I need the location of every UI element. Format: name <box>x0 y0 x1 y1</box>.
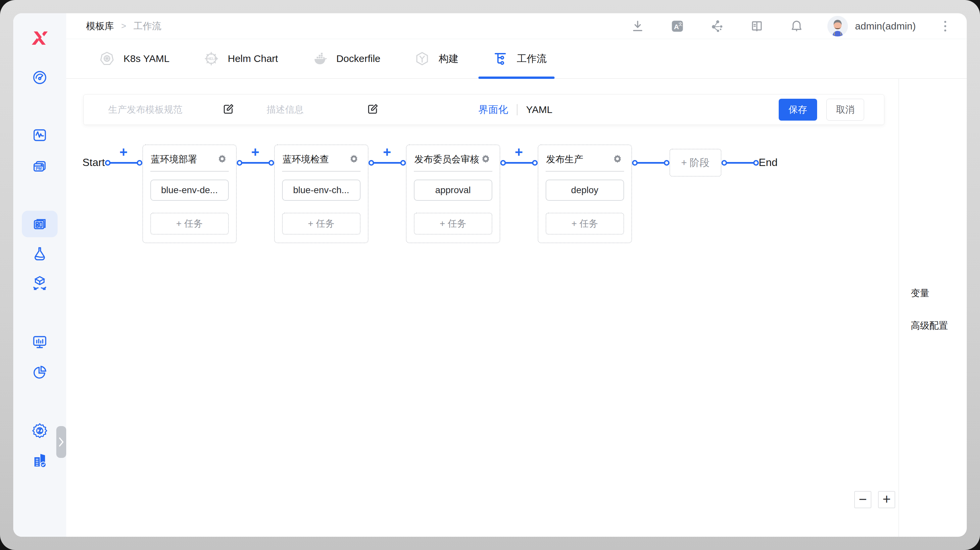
template-desc-field[interactable]: 描述信息 <box>267 103 379 116</box>
kebab-menu-icon[interactable] <box>944 21 946 32</box>
sidebar-item-pm[interactable]: PM <box>30 157 49 175</box>
graph-nodes-icon[interactable] <box>710 19 725 34</box>
username[interactable]: admin(admin) <box>855 21 916 32</box>
right-panel: 变量 高级配置 <box>899 79 967 537</box>
template-desc-placeholder[interactable]: 描述信息 <box>267 104 304 116</box>
connector: + <box>369 145 406 171</box>
zoom-in-button[interactable]: + <box>878 491 895 508</box>
end-node: End <box>759 156 778 169</box>
helm-icon: HELM <box>203 51 219 67</box>
start-node: Start <box>83 156 105 169</box>
sidebar-item-organization[interactable] <box>30 451 49 470</box>
template-name-field[interactable]: 生产发布模板规范 <box>108 103 235 116</box>
breadcrumb-parent[interactable]: 模板库 <box>86 20 114 32</box>
tab-label: 构建 <box>439 52 458 65</box>
connector <box>632 145 670 171</box>
tab-label: 工作流 <box>517 52 547 65</box>
main-area: 模板库 > 工作流 A 文 <box>66 13 967 537</box>
template-form-card: 生产发布模板规范 描述信息 <box>83 94 884 125</box>
stage-settings-gear-icon[interactable] <box>348 153 360 165</box>
chevron-right-icon <box>57 436 65 448</box>
device-bezel: PM <box>0 0 980 550</box>
sidebar-item-monitoring[interactable] <box>30 126 49 145</box>
build-hexagon-icon <box>414 51 430 67</box>
workflow-icon <box>492 51 508 67</box>
tab-build[interactable]: 构建 <box>414 39 458 78</box>
workflow-canvas: 生产发布模板规范 描述信息 <box>66 79 899 537</box>
avatar[interactable] <box>827 16 848 37</box>
cancel-button[interactable]: 取消 <box>826 99 864 121</box>
add-task-button[interactable]: + 任务 <box>546 213 624 234</box>
task-button[interactable]: approval <box>414 180 492 201</box>
save-button[interactable]: 保存 <box>779 99 817 121</box>
add-task-button[interactable]: + 任务 <box>414 213 492 234</box>
sidebar-item-artifacts[interactable] <box>30 274 49 292</box>
add-task-button[interactable]: + 任务 <box>150 213 229 234</box>
tab-label: Helm Chart <box>228 53 278 64</box>
zoom-out-button[interactable]: − <box>854 491 872 508</box>
task-button[interactable]: blue-env-de... <box>150 180 229 201</box>
task-button[interactable]: blue-env-ch... <box>282 180 361 201</box>
connector: + <box>105 145 142 171</box>
tab-dockerfile[interactable]: Dockerfile <box>312 39 380 78</box>
stage-settings-gear-icon[interactable] <box>216 153 228 165</box>
sidebar-item-analytics[interactable] <box>30 363 49 382</box>
topbar: 模板库 > 工作流 A 文 <box>66 13 967 39</box>
editor-mode-toggle: 界面化 YAML <box>479 103 552 116</box>
translate-icon[interactable]: A 文 <box>670 19 685 34</box>
sidebar-item-settings[interactable]: Z <box>30 421 49 439</box>
stage-card: 蓝环境检查 blue-env-ch... + 任务 <box>274 145 369 243</box>
tab-workflow-active[interactable]: 工作流 <box>492 39 547 78</box>
mode-divider <box>517 104 517 115</box>
stage-card: 蓝环境部署 blue-env-de... + 任务 <box>142 145 237 243</box>
sidebar: PM <box>13 13 66 537</box>
svg-text:文: 文 <box>678 22 682 27</box>
template-name-placeholder[interactable]: 生产发布模板规范 <box>108 104 183 116</box>
stage-card: 发布生产 deploy + 任务 <box>538 145 632 243</box>
panel-item-variables[interactable]: 变量 <box>911 287 967 300</box>
sidebar-item-templates-active[interactable] <box>22 211 57 237</box>
stage-title: 发布生产 <box>546 153 583 166</box>
sidebar-item-testing[interactable] <box>30 244 49 263</box>
workflow-flow: Start + 蓝环境部署 blue-env-de... <box>83 145 778 243</box>
edit-desc-icon[interactable] <box>366 103 379 116</box>
edit-name-icon[interactable] <box>222 103 235 116</box>
add-stage-button[interactable]: + 阶段 <box>670 149 721 177</box>
task-button[interactable]: deploy <box>546 180 624 201</box>
connector: + <box>237 145 274 171</box>
sidebar-item-reports[interactable] <box>30 333 49 351</box>
stage-settings-gear-icon[interactable] <box>611 153 624 165</box>
add-stage-plus-button[interactable]: + <box>500 145 538 159</box>
connector: + <box>500 145 538 171</box>
svg-text:Z: Z <box>38 428 41 434</box>
svg-text:HELM: HELM <box>208 57 217 61</box>
svg-text:PM: PM <box>36 166 42 171</box>
add-task-button[interactable]: + 任务 <box>282 213 361 234</box>
add-stage-plus-button[interactable]: + <box>105 145 142 159</box>
stage-settings-gear-icon[interactable] <box>480 153 492 165</box>
topbar-actions: A 文 <box>606 16 946 37</box>
breadcrumb-separator: > <box>121 21 126 31</box>
content: 生产发布模板规范 描述信息 <box>66 79 967 537</box>
mode-visual[interactable]: 界面化 <box>479 103 508 116</box>
sidebar-collapse-handle[interactable] <box>56 426 66 458</box>
tab-label: Dockerfile <box>336 53 380 64</box>
tab-helm-chart[interactable]: HELM Helm Chart <box>203 39 278 78</box>
tab-label: K8s YAML <box>124 53 170 64</box>
tabbar: K8s YAML HELM Helm Chart Dockerfile <box>66 39 967 79</box>
brand-logo-icon[interactable] <box>29 29 50 47</box>
add-stage-plus-button[interactable]: + <box>237 145 274 159</box>
add-stage-plus-button[interactable]: + <box>369 145 406 159</box>
canvas-zoom-controls: − + <box>854 491 895 508</box>
sidebar-item-dashboard[interactable] <box>30 68 49 87</box>
docs-book-icon[interactable] <box>749 19 764 34</box>
kubernetes-icon <box>99 51 115 67</box>
mode-yaml[interactable]: YAML <box>526 104 552 115</box>
download-icon[interactable] <box>630 19 645 34</box>
connector <box>721 145 759 171</box>
bell-icon[interactable] <box>789 19 804 34</box>
stage-title: 蓝环境检查 <box>283 153 329 166</box>
tab-k8s-yaml[interactable]: K8s YAML <box>99 39 170 78</box>
docker-icon <box>312 51 328 67</box>
panel-item-advanced-config[interactable]: 高级配置 <box>911 319 967 332</box>
